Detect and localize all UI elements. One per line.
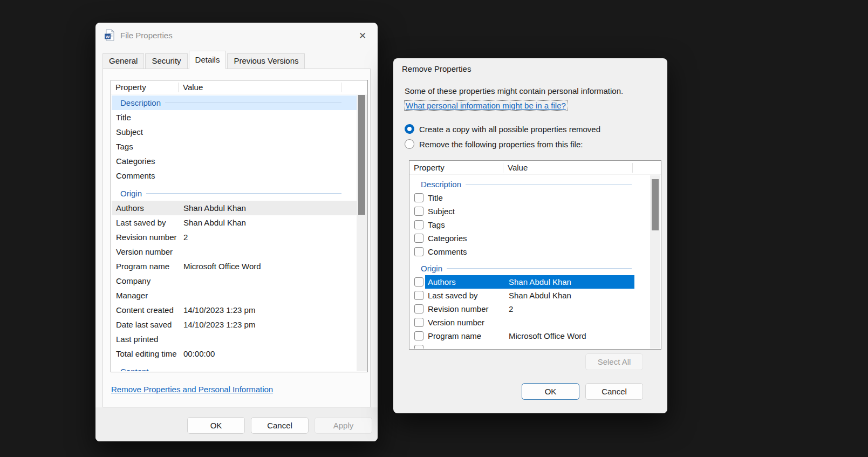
scrollbar-thumb[interactable] (358, 95, 365, 215)
property-cell: Tags (425, 220, 504, 229)
checkbox[interactable] (414, 291, 423, 300)
property-cell: Categories (425, 234, 504, 243)
tab-previous-versions[interactable]: Previous Versions (227, 53, 305, 69)
table-row[interactable]: Manager (112, 288, 358, 303)
property-cell: Categories (112, 156, 179, 166)
radio-button-unselected-icon[interactable] (405, 139, 414, 149)
checkbox[interactable] (414, 331, 423, 340)
select-all-button[interactable]: Select All (585, 353, 643, 370)
checkbox-row-selected[interactable]: AuthorsShan Abdul Khan (410, 275, 651, 289)
column-header-property[interactable]: Property (111, 83, 179, 92)
cancel-button[interactable]: Cancel (251, 417, 309, 434)
word-document-icon: W (104, 29, 115, 41)
value-cell: Microsoft Office Word (504, 331, 586, 340)
cancel-button[interactable]: Cancel (585, 383, 643, 400)
checkbox-row[interactable]: Version number (410, 316, 651, 329)
checkbox-row[interactable]: Subject (410, 204, 651, 218)
radio-option-create-copy[interactable]: Create a copy with all possible properti… (405, 124, 600, 134)
radio-button-selected-icon[interactable] (405, 124, 414, 134)
value-cell: Shan Abdul Khan (504, 277, 571, 287)
radio-option-remove-selected[interactable]: Remove the following properties from thi… (405, 139, 583, 149)
checkbox-row[interactable]: Title (410, 191, 651, 204)
radio-label: Create a copy with all possible properti… (419, 125, 600, 134)
checkbox[interactable] (414, 234, 423, 243)
table-row[interactable]: Title (112, 110, 358, 125)
table-row[interactable]: Revision number2 (112, 230, 358, 244)
value-cell: Shan Abdul Khan (179, 203, 246, 213)
property-cell: Last saved by (112, 218, 179, 227)
property-cell: Content created (112, 305, 179, 315)
table-row[interactable]: Total editing time00:00:00 (112, 346, 358, 361)
checkbox[interactable] (414, 318, 423, 327)
ok-button[interactable]: OK (187, 417, 245, 434)
group-label: Content (112, 367, 149, 371)
property-cell: Program name (112, 262, 179, 271)
group-row-content[interactable]: Content (112, 364, 358, 371)
property-cell: Authors (425, 277, 504, 287)
properties-table: Property Value Description Title Subject… (409, 160, 661, 350)
value-cell: 2 (504, 304, 513, 313)
property-cell: Last saved by (425, 291, 504, 300)
column-header-value[interactable]: Value (179, 83, 341, 92)
checkbox-row[interactable]: Tags (410, 218, 651, 231)
close-icon: ✕ (359, 30, 366, 42)
scrollbar[interactable] (650, 175, 660, 349)
group-row-description[interactable]: Description (410, 178, 651, 191)
checkbox-row-partial[interactable] (410, 343, 651, 349)
table-row[interactable]: Categories (112, 154, 358, 168)
scrollbar[interactable] (357, 95, 367, 371)
table-rows: Description Title Subject Tags Categorie… (112, 95, 358, 371)
group-row-origin[interactable]: Origin (410, 262, 651, 275)
checkbox[interactable] (414, 193, 423, 202)
checkbox[interactable] (414, 277, 423, 287)
scrollbar-thumb[interactable] (652, 179, 659, 230)
ok-button[interactable]: OK (522, 383, 579, 400)
checkbox-row[interactable]: Revision number2 (410, 302, 651, 316)
table-row[interactable]: Tags (112, 139, 358, 154)
property-cell: Revision number (425, 304, 504, 313)
file-properties-dialog: W File Properties ✕ General Security Det… (95, 23, 378, 441)
column-header-property[interactable]: Property (409, 163, 503, 173)
table-row[interactable]: Date last saved14/10/2023 1:23 pm (112, 317, 358, 332)
checkbox-row[interactable]: Categories (410, 231, 651, 245)
tab-security[interactable]: Security (145, 53, 187, 69)
table-row[interactable]: Version number (112, 244, 358, 259)
table-row[interactable]: Company (112, 274, 358, 288)
value-cell: 00:00:00 (179, 349, 215, 358)
dialog-footer: OK Cancel Apply (95, 407, 378, 441)
table-row[interactable]: Last saved byShan Abdul Khan (112, 215, 358, 230)
checkbox[interactable] (414, 304, 423, 313)
checkbox[interactable] (414, 207, 423, 216)
table-row[interactable]: Subject (112, 125, 358, 139)
checkbox[interactable] (414, 247, 423, 256)
apply-button[interactable]: Apply (315, 417, 372, 434)
table-row[interactable]: Last printed (112, 332, 358, 346)
svg-text:W: W (106, 35, 110, 39)
value-cell: Microsoft Office Word (179, 262, 261, 271)
checkbox-row[interactable]: Comments (410, 245, 651, 258)
tab-general[interactable]: General (102, 53, 144, 69)
property-cell: Subject (112, 127, 179, 137)
help-link[interactable]: What personal information might be in a … (404, 100, 568, 111)
table-row[interactable]: Comments (112, 168, 358, 183)
column-header-value[interactable]: Value (503, 163, 633, 173)
table-row[interactable]: Program nameMicrosoft Office Word (112, 259, 358, 274)
group-row-origin[interactable]: Origin (112, 186, 358, 201)
table-row[interactable]: Content created14/10/2023 1:23 pm (112, 303, 358, 317)
group-row-description[interactable]: Description (112, 96, 358, 110)
checkbox[interactable] (414, 220, 423, 229)
remove-properties-link[interactable]: Remove Properties and Personal Informati… (111, 385, 273, 394)
property-cell: Date last saved (112, 320, 179, 329)
checkbox-row[interactable]: Program nameMicrosoft Office Word (410, 329, 651, 343)
property-cell: Revision number (112, 233, 179, 242)
table-row[interactable]: AuthorsShan Abdul Khan (112, 201, 358, 215)
checkbox-row[interactable]: Last saved byShan Abdul Khan (410, 289, 651, 302)
close-button[interactable]: ✕ (356, 29, 369, 42)
property-cell: Title (425, 193, 504, 202)
property-cell: Program name (425, 331, 504, 340)
value-cell: 2 (179, 233, 188, 242)
value-cell: Shan Abdul Khan (504, 291, 571, 300)
properties-table: Property Value Description Title Subject… (111, 80, 368, 372)
tab-details[interactable]: Details (189, 51, 227, 69)
checkbox[interactable] (414, 345, 423, 349)
